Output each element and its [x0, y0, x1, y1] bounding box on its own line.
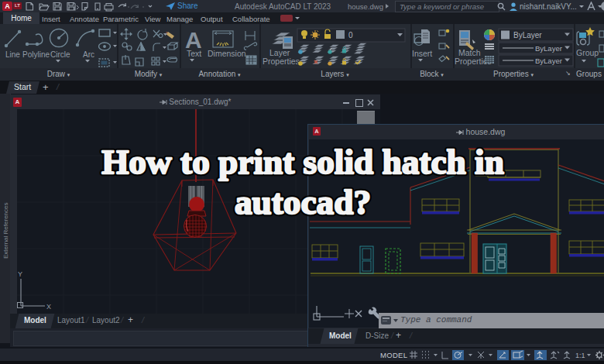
svg-text:Insert: Insert: [412, 49, 432, 58]
svg-text:autocad?: autocad?: [235, 183, 371, 221]
svg-text:Text: Text: [187, 49, 201, 58]
svg-text:Circle: Circle: [50, 50, 70, 59]
svg-text:1:1: 1:1: [575, 352, 585, 359]
svg-text:Polyline: Polyline: [22, 50, 50, 59]
svg-text:Properties: Properties: [263, 57, 300, 66]
svg-text:Y: Y: [18, 270, 22, 278]
svg-text:How to print solid hatch in: How to print solid hatch in: [101, 143, 504, 181]
svg-text:Dimension: Dimension: [208, 49, 246, 58]
svg-text:Line: Line: [5, 50, 20, 59]
svg-text:ByLayer: ByLayer: [513, 31, 542, 39]
svg-text:Arc: Arc: [83, 50, 94, 59]
svg-text:Group: Group: [576, 48, 599, 57]
svg-text:X: X: [46, 303, 51, 311]
svg-text:ByLayer: ByLayer: [535, 57, 562, 65]
svg-text:0: 0: [348, 31, 353, 39]
svg-text:ByLayer: ByLayer: [535, 44, 562, 53]
